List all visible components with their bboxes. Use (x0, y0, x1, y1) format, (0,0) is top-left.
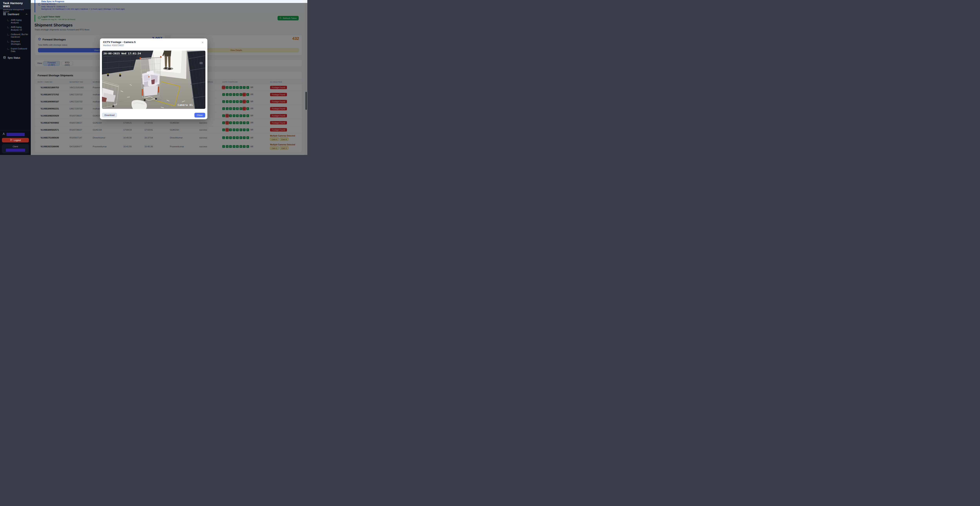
sidebar-item-awb-aging-analysis-v2[interactable]: AWB Aging Analysis V2 (8, 26, 29, 31)
client-label: Client (2, 145, 29, 148)
sidebar-nav: Dashboard AWB Aging AnalysisAWB Aging An… (0, 9, 31, 61)
sidebar-item-label: Outbound, But No Handover (11, 33, 29, 38)
app-screen: Task Harmony WMS Warehouse Management Sy… (0, 0, 307, 155)
modal-title: CCTV Footage - Camera 5 (103, 41, 136, 43)
cctv-timestamp: 20-08-2025 Wed 17:01:34 (103, 52, 141, 55)
sidebar-item-label: Shipment Shortages (11, 40, 29, 45)
cctv-modal: CCTV Footage - Camera 5 Manifest: RS0073… (100, 38, 207, 119)
grid-icon (3, 13, 6, 16)
close-icon[interactable]: × (200, 41, 205, 44)
sidebar-footer: Logout Client (0, 130, 31, 155)
logout-button[interactable]: Logout (2, 138, 29, 142)
tree-elbow-icon (8, 19, 9, 21)
cctv-camera-label: Camera 01 (178, 103, 193, 107)
close-button[interactable]: Close (194, 113, 205, 118)
tree-elbow-icon (8, 26, 9, 28)
modal-subtitle: Manifest: RS00739027 (103, 44, 124, 46)
user-icon (2, 132, 5, 136)
sidebar: Task Harmony WMS Warehouse Management Sy… (0, 0, 31, 155)
sidebar-item-shipment-shortages[interactable]: Shipment Shortages (8, 40, 29, 45)
sidebar-item-label: AWB Aging Analysis (11, 19, 29, 24)
user-row (2, 132, 29, 136)
sidebar-item-sync-status[interactable]: Sync Status (2, 55, 29, 61)
cctv-footage-image: 20-08-2025 Wed 17:01:34 Camera 01 (102, 51, 205, 109)
tree-elbow-icon (8, 41, 9, 42)
sidebar-item-label: Export Outbound Data (11, 48, 29, 53)
tree-elbow-icon (8, 48, 9, 49)
username-redacted (6, 133, 25, 136)
client-redacted (6, 148, 25, 152)
sidebar-item-label: Dashboard (8, 13, 24, 16)
sidebar-item-awb-aging-analysis[interactable]: AWB Aging Analysis (8, 19, 29, 24)
modal-divider (100, 48, 207, 49)
chevron-up-icon (25, 13, 28, 16)
client-panel: Client (2, 144, 29, 153)
sidebar-item-export-outbound-data[interactable]: Export Outbound Data (8, 48, 29, 53)
database-icon (3, 56, 6, 60)
logout-label: Logout (14, 139, 21, 142)
cctv-person-torso (164, 51, 171, 56)
tree-elbow-icon (8, 34, 9, 35)
logout-icon (10, 139, 12, 142)
sidebar-item-outbound-but-no-handover[interactable]: Outbound, But No Handover (8, 33, 29, 38)
download-button[interactable]: Download (102, 113, 117, 118)
sidebar-header: Task Harmony WMS Warehouse Management Sy… (0, 0, 31, 9)
sidebar-subitems: AWB Aging AnalysisAWB Aging Analysis V2O… (2, 19, 29, 53)
sidebar-item-label: AWB Aging Analysis V2 (11, 26, 29, 31)
sync-banner-title: Data Sync in Progress (41, 0, 64, 3)
app-title: Task Harmony WMS (3, 2, 28, 8)
sidebar-item-label: Sync Status (8, 56, 28, 59)
